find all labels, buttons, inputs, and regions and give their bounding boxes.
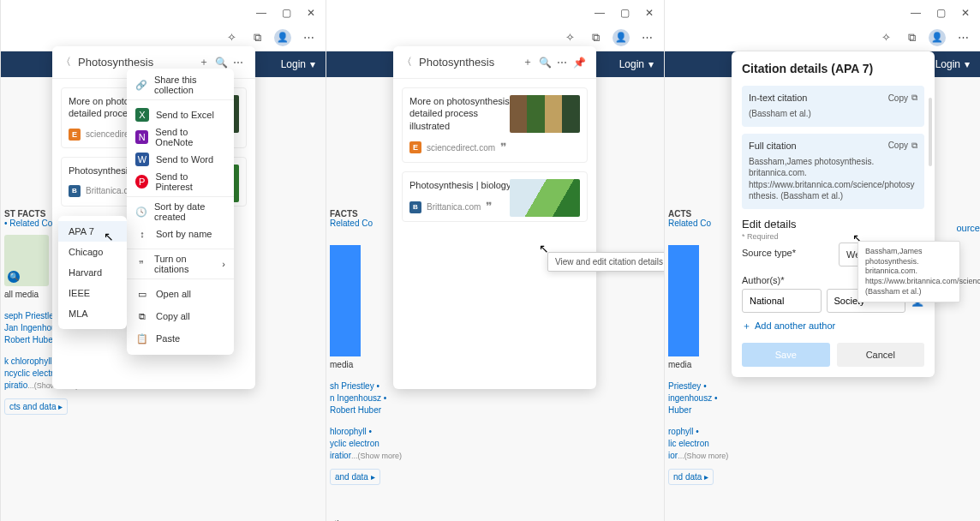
add-icon[interactable]: ＋ — [519, 55, 536, 69]
author-link[interactable]: n Ingenhousz • — [330, 393, 374, 403]
scrollbar[interactable] — [929, 98, 932, 166]
chevron-down-icon: ▾ — [648, 58, 654, 70]
style-chicago[interactable]: Chicago — [58, 242, 127, 262]
cancel-button[interactable]: Cancel — [837, 343, 925, 367]
pin-icon[interactable]: 📌 — [571, 57, 588, 69]
style-harvard[interactable]: Harvard — [58, 262, 127, 283]
all-media-link[interactable]: all media — [4, 290, 49, 299]
collections-icon[interactable]: ⧉ — [587, 29, 604, 46]
media-link[interactable]: media — [668, 360, 713, 369]
style-ieee[interactable]: IEEE — [58, 283, 127, 303]
author-link[interactable]: Priestley • — [668, 381, 713, 391]
window-close[interactable]: ✕ — [961, 7, 970, 19]
turn-on-citations-item[interactable]: ❞Turn on citations› — [127, 253, 234, 275]
author-link[interactable]: Huber — [668, 405, 713, 415]
author-link[interactable]: ingenhousz • — [668, 393, 713, 403]
back-icon[interactable]: 〈 — [402, 55, 412, 69]
sort-name-item[interactable]: ↕Sort by name — [127, 223, 234, 245]
window-close[interactable]: ✕ — [645, 7, 654, 19]
collection-card[interactable]: Photosynthesis | biology BBrittanica.com… — [402, 171, 588, 222]
chem-link[interactable]: lic electron — [668, 439, 713, 448]
style-mla[interactable]: MLA — [58, 303, 127, 324]
window-maximize[interactable]: ▢ — [936, 7, 946, 19]
fast-facts-heading: ACTS — [668, 209, 691, 219]
toolbar-more-icon[interactable]: ⋯ — [954, 29, 971, 46]
chem-link[interactable]: iratior...(Show more) — [330, 451, 374, 460]
send-excel-item[interactable]: XSend to Excel — [127, 104, 234, 126]
copy-full-button[interactable]: Copy ⧉ — [888, 141, 917, 151]
favorites-icon[interactable]: ✧ — [223, 29, 240, 46]
save-button[interactable]: Save — [742, 343, 830, 367]
sort-date-item[interactable]: 🕓Sort by date created — [127, 201, 234, 223]
style-apa7[interactable]: APA 7 — [58, 221, 127, 242]
send-word-item[interactable]: WSend to Word — [127, 148, 234, 171]
open-all-item[interactable]: ▭Open all — [127, 283, 234, 305]
paste-item[interactable]: 📋Paste — [127, 327, 234, 350]
author-first-input[interactable] — [742, 289, 822, 313]
citation-icon[interactable]: ❞ — [500, 141, 507, 155]
chevron-down-icon: ▾ — [965, 58, 970, 70]
login-button[interactable]: Login▾ — [619, 58, 654, 70]
login-button[interactable]: Login▾ — [935, 58, 970, 70]
source-favicon: B — [409, 201, 421, 213]
window-close[interactable]: ✕ — [307, 7, 315, 19]
facts-data-button[interactable]: and data ▸ — [330, 469, 380, 485]
share-collection-item[interactable]: 🔗Share this collection — [127, 74, 234, 96]
copy-intext-button[interactable]: Copy ⧉ — [888, 93, 917, 103]
media-link[interactable]: media — [330, 360, 374, 369]
window-maximize[interactable]: ▢ — [282, 7, 291, 19]
panel-more-icon[interactable]: ⋯ — [553, 57, 571, 69]
login-button[interactable]: Login▾ — [281, 58, 315, 70]
window-minimize[interactable]: — — [911, 7, 921, 19]
related-link[interactable]: Related Co — [330, 219, 374, 228]
chem-link[interactable]: ior...(Show more) — [668, 451, 713, 460]
search-icon[interactable]: 🔍 — [212, 57, 230, 69]
source-favicon: E — [409, 141, 421, 153]
related-link[interactable]: Related Co — [668, 219, 713, 228]
favorites-icon[interactable]: ✧ — [877, 29, 894, 46]
chem-link[interactable]: rophyll • — [668, 427, 713, 436]
share-icon: 🔗 — [135, 78, 147, 92]
author-link[interactable]: Robert Huber — [330, 405, 374, 415]
citation-icon[interactable]: ❞ — [486, 200, 493, 214]
collection-title: Photosynthesis — [78, 56, 195, 69]
facts-data-button[interactable]: nd data ▸ — [668, 469, 714, 485]
chem-link[interactable]: yclic electron — [330, 439, 374, 448]
collections-icon[interactable]: ⧉ — [903, 29, 920, 46]
send-pinterest-item[interactable]: PSend to Pinterest — [127, 171, 234, 193]
chem-link[interactable]: hlorophyll • — [330, 427, 374, 436]
citation-details-title: Citation details (APA 7) — [742, 62, 935, 75]
toolbar-more-icon[interactable]: ⋯ — [300, 29, 317, 46]
plus-icon: ＋ — [742, 320, 751, 332]
chem-link[interactable]: k chlorophyll • — [4, 356, 49, 366]
window-maximize[interactable]: ▢ — [620, 7, 630, 19]
profile-avatar[interactable]: 👤 — [274, 29, 291, 46]
profile-avatar[interactable]: 👤 — [929, 29, 946, 46]
author-link[interactable]: seph Priestley — [4, 311, 49, 320]
chem-link[interactable]: piratio...(Show more) — [4, 380, 49, 390]
toolbar-more-icon[interactable]: ⋯ — [638, 29, 655, 46]
copy-all-item[interactable]: ⧉Copy all — [127, 305, 234, 327]
author-link[interactable]: Jan Ingenhousz • — [4, 323, 49, 332]
back-icon[interactable]: 〈 — [61, 55, 71, 69]
citation-tooltip: View and edit citation details — [547, 252, 671, 272]
chevron-down-icon: ▾ — [310, 58, 315, 70]
add-author-button[interactable]: ＋Add another author — [742, 320, 924, 332]
favorites-icon[interactable]: ✧ — [561, 29, 578, 46]
search-icon[interactable]: 🔍 — [536, 57, 553, 69]
author-link[interactable]: sh Priestley • — [330, 381, 374, 391]
facts-data-button[interactable]: cts and data ▸ — [4, 398, 68, 415]
related-link[interactable]: • Related Co — [4, 219, 49, 228]
collection-card[interactable]: More on photosynthesis – detailed proces… — [402, 87, 588, 163]
profile-avatar[interactable]: 👤 — [612, 29, 630, 46]
window-minimize[interactable]: — — [595, 7, 605, 19]
collections-icon[interactable]: ⧉ — [248, 29, 266, 46]
add-icon[interactable]: ＋ — [195, 55, 212, 69]
author-link[interactable]: Robert Huber — [4, 335, 49, 344]
send-onenote-item[interactable]: NSend to OneNote — [127, 126, 234, 148]
chem-link[interactable]: ncyclic electron — [4, 368, 49, 378]
window-minimize[interactable]: — — [256, 7, 266, 19]
zoom-icon[interactable]: 🔍 — [8, 271, 20, 283]
source-link-fragment[interactable]: ource — [956, 223, 980, 233]
panel-more-icon[interactable]: ⋯ — [230, 57, 247, 69]
